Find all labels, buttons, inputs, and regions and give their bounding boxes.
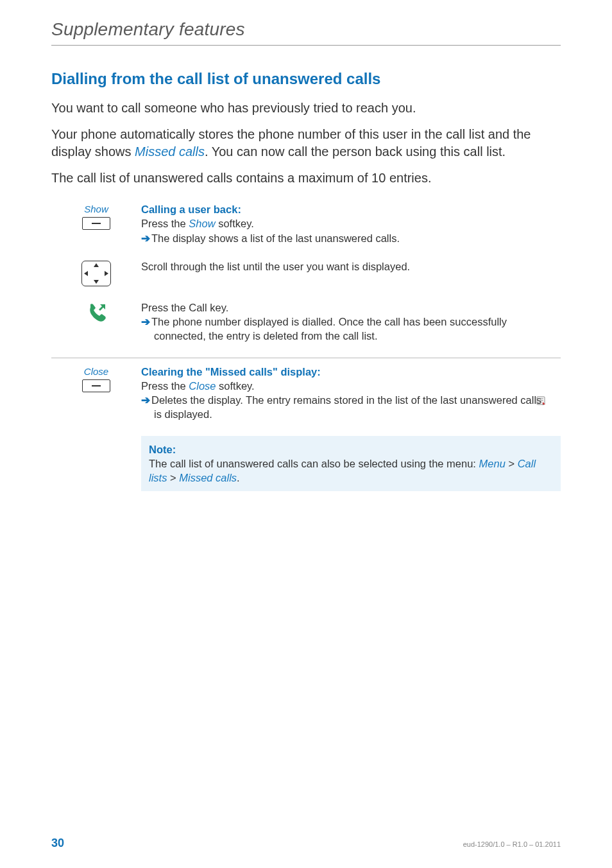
- intro-para-2b: . You can now call the person back using…: [205, 144, 506, 159]
- close-result-b: is displayed.: [154, 408, 212, 420]
- close-softkey-name: Close: [189, 380, 216, 392]
- step-close: Close Clearing the "Missed calls" displa…: [51, 365, 561, 422]
- arrow-icon: ➔: [141, 232, 150, 244]
- intro-para-1: You want to call someone who has previou…: [51, 100, 561, 117]
- close-line1b: softkey.: [216, 380, 254, 392]
- step-close-text: Clearing the "Missed calls" display: Pre…: [141, 365, 561, 422]
- section-heading: Dialling from the call list of unanswere…: [51, 70, 561, 88]
- step-scroll: Scroll through the list until the user y…: [51, 259, 561, 286]
- step-call: Press the Call key. ➔The phone number di…: [51, 300, 561, 343]
- chapter-title: Supplementary features: [51, 19, 561, 40]
- step-divider: [51, 358, 561, 358]
- page-content: Dialling from the call list of unanswere…: [0, 70, 612, 491]
- note-title: Note:: [149, 442, 553, 456]
- document-id: eud-1290/1.0 – R1.0 – 01.2011: [463, 840, 561, 848]
- step-call-left: [51, 300, 141, 325]
- page-number: 30: [51, 837, 64, 850]
- arrow-icon: ➔: [141, 394, 150, 406]
- step-scroll-text: Scroll through the list until the user y…: [141, 259, 561, 273]
- note-tail: .: [237, 472, 240, 483]
- scroll-line: Scroll through the list until the user y…: [141, 259, 561, 273]
- note-missed-calls: Missed calls: [179, 472, 237, 483]
- steps-block: Show Calling a user back: Press the Show…: [51, 202, 561, 422]
- header-rule: [51, 45, 561, 46]
- show-softkey-name: Show: [189, 218, 215, 229]
- note-box: Note: The call list of unanswered calls …: [141, 436, 561, 492]
- step-scroll-left: [51, 259, 141, 286]
- navigation-key-icon: [81, 261, 111, 286]
- note-text: The call list of unanswered calls can al…: [149, 456, 553, 485]
- close-result-a: Deletes the display. The entry remains s…: [151, 394, 548, 406]
- show-line1b: softkey.: [216, 218, 254, 229]
- show-softkey-label: Show: [84, 204, 108, 214]
- step-close-left: Close: [51, 365, 141, 392]
- call-key-icon: [86, 302, 106, 325]
- clearing-heading: Clearing the "Missed calls" display:: [141, 366, 321, 378]
- step-show: Show Calling a user back: Press the Show…: [51, 202, 561, 245]
- page-footer: 30 eud-1290/1.0 – R1.0 – 01.2011: [51, 837, 561, 850]
- note-text-a: The call list of unanswered calls can al…: [149, 458, 479, 469]
- close-line1a: Press the: [141, 380, 189, 392]
- show-line1a: Press the: [141, 218, 189, 229]
- close-softkey-label: Close: [84, 366, 108, 377]
- call-line1: Press the Call key.: [141, 300, 561, 315]
- step-call-text: Press the Call key. ➔The phone number di…: [141, 300, 561, 343]
- step-show-left: Show: [51, 202, 141, 230]
- call-list-icon: [549, 394, 558, 403]
- call-result: The phone number displayed is dialled. O…: [151, 316, 507, 342]
- missed-calls-label: Missed calls: [135, 144, 205, 159]
- note-menu: Menu: [479, 458, 506, 469]
- intro-para-3: The call list of unanswered calls contai…: [51, 169, 561, 187]
- arrow-icon: ➔: [141, 316, 150, 327]
- svg-marker-0: [99, 304, 105, 311]
- note-sep2: >: [167, 472, 179, 483]
- softkey-icon: [82, 217, 110, 230]
- calling-back-heading: Calling a user back:: [141, 204, 241, 215]
- step-show-text: Calling a user back: Press the Show soft…: [141, 202, 561, 245]
- page-header: Supplementary features: [0, 0, 612, 70]
- note-sep1: >: [506, 458, 518, 469]
- intro-para-2: Your phone automatically stores the phon…: [51, 126, 561, 161]
- show-result: The display shows a list of the last una…: [151, 232, 400, 244]
- softkey-icon: [82, 379, 110, 392]
